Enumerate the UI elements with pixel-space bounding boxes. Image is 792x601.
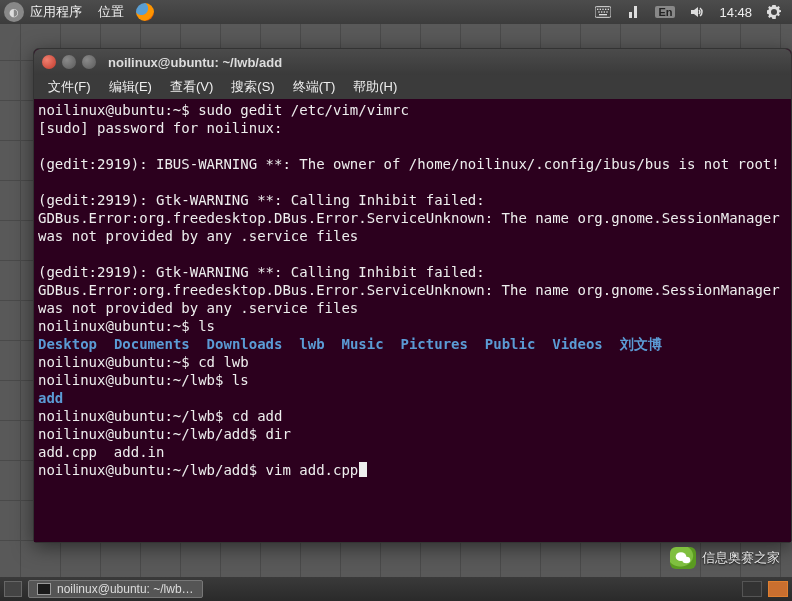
clock[interactable]: 14:48 — [719, 5, 752, 20]
term-line: noilinux@ubuntu:~$ cd lwb — [38, 354, 249, 370]
watermark: 信息奥赛之家 — [670, 547, 780, 569]
svg-rect-4 — [605, 9, 606, 10]
top-menubar: ◐ 应用程序 位置 En 14:48 — [0, 0, 792, 24]
taskbar: noilinux@ubuntu: ~/lwb… — [0, 577, 792, 601]
taskbar-task-terminal[interactable]: noilinux@ubuntu: ~/lwb… — [28, 580, 203, 598]
svg-rect-3 — [603, 9, 604, 10]
menubar-left: 应用程序 位置 — [30, 3, 136, 21]
ls-dir: Pictures — [400, 336, 467, 352]
svg-point-12 — [682, 557, 690, 564]
gear-icon[interactable] — [766, 4, 782, 20]
network-icon[interactable] — [625, 4, 641, 20]
menu-places[interactable]: 位置 — [98, 4, 124, 19]
term-line: (gedit:2919): Gtk-WARNING **: Calling In… — [38, 264, 788, 316]
menu-edit[interactable]: 编辑(E) — [101, 76, 160, 98]
workspace-2[interactable] — [768, 581, 788, 597]
minimize-icon[interactable] — [62, 55, 76, 69]
menu-view[interactable]: 查看(V) — [162, 76, 221, 98]
watermark-text: 信息奥赛之家 — [702, 549, 780, 567]
show-desktop-button[interactable] — [4, 581, 22, 597]
svg-rect-6 — [599, 11, 600, 12]
svg-rect-1 — [597, 9, 598, 10]
svg-rect-0 — [595, 7, 611, 18]
menu-applications[interactable]: 应用程序 — [30, 4, 82, 19]
menu-help[interactable]: 帮助(H) — [345, 76, 405, 98]
terminal-icon — [37, 583, 51, 595]
window-menubar: 文件(F) 编辑(E) 查看(V) 搜索(S) 终端(T) 帮助(H) — [34, 75, 791, 99]
ls-dir: add — [38, 390, 63, 406]
menu-search[interactable]: 搜索(S) — [223, 76, 282, 98]
menu-terminal[interactable]: 终端(T) — [285, 76, 344, 98]
wechat-icon — [670, 547, 696, 569]
taskbar-task-label: noilinux@ubuntu: ~/lwb… — [57, 582, 194, 596]
term-line: noilinux@ubuntu:~/lwb$ ls — [38, 372, 249, 388]
ls-dir: Public — [485, 336, 536, 352]
term-line: noilinux@ubuntu:~$ sudo gedit /etc/vim/v… — [38, 102, 409, 118]
input-method-badge[interactable]: En — [655, 6, 675, 18]
ls-dir: Music — [341, 336, 383, 352]
term-line: noilinux@ubuntu:~/lwb$ cd add — [38, 408, 282, 424]
term-line: noilinux@ubuntu:~$ ls — [38, 318, 215, 334]
keyboard-icon[interactable] — [595, 4, 611, 20]
workspace-switcher[interactable] — [742, 581, 788, 597]
menu-file[interactable]: 文件(F) — [40, 76, 99, 98]
workspace-1[interactable] — [742, 581, 762, 597]
ls-dir: Videos — [552, 336, 603, 352]
cursor-icon — [359, 462, 367, 477]
terminal-window: noilinux@ubuntu: ~/lwb/add 文件(F) 编辑(E) 查… — [33, 48, 792, 543]
terminal-body[interactable]: noilinux@ubuntu:~$ sudo gedit /etc/vim/v… — [34, 99, 791, 542]
svg-rect-7 — [601, 11, 602, 12]
svg-rect-9 — [607, 11, 608, 12]
term-line: (gedit:2919): IBUS-WARNING **: The owner… — [38, 156, 780, 172]
term-line: [sudo] password for noilinux: — [38, 120, 282, 136]
svg-rect-8 — [604, 11, 605, 12]
svg-rect-2 — [600, 9, 601, 10]
firefox-icon[interactable] — [136, 3, 154, 21]
menubar-right: En 14:48 — [595, 4, 792, 20]
term-line: noilinux@ubuntu:~/lwb/add$ dir — [38, 426, 291, 442]
ubuntu-logo-icon[interactable]: ◐ — [4, 2, 24, 22]
ls-dir: 刘文博 — [620, 336, 662, 352]
ls-dir: lwb — [299, 336, 324, 352]
ls-dir: Documents — [114, 336, 190, 352]
ls-dir: Desktop — [38, 336, 97, 352]
window-titlebar[interactable]: noilinux@ubuntu: ~/lwb/add — [34, 49, 791, 75]
close-icon[interactable] — [42, 55, 56, 69]
svg-rect-10 — [599, 14, 607, 15]
svg-rect-5 — [608, 9, 609, 10]
window-title: noilinux@ubuntu: ~/lwb/add — [108, 55, 282, 70]
term-line: noilinux@ubuntu:~/lwb/add$ vim add.cpp — [38, 462, 358, 478]
term-line: (gedit:2919): Gtk-WARNING **: Calling In… — [38, 192, 788, 244]
ls-dir: Downloads — [207, 336, 283, 352]
term-line: add.cpp add.in — [38, 444, 164, 460]
maximize-icon[interactable] — [82, 55, 96, 69]
volume-icon[interactable] — [689, 4, 705, 20]
